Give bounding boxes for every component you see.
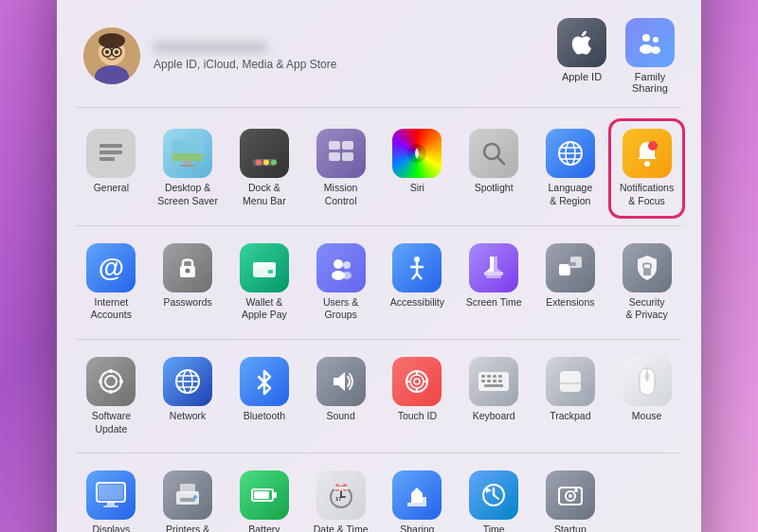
svg-point-12: [651, 46, 660, 54]
svg-rect-17: [172, 140, 203, 153]
keyboard-label: Keyboard: [473, 410, 515, 423]
apple-id-item[interactable]: Apple ID: [557, 18, 606, 94]
pref-internet-accounts[interactable]: @ InternetAccounts: [76, 236, 147, 329]
pref-mouse[interactable]: Mouse: [611, 349, 682, 443]
pref-users-groups[interactable]: Users &Groups: [305, 236, 376, 329]
pref-dock-menu-bar[interactable]: Dock &Menu Bar: [229, 121, 300, 215]
startup-disk-label: StartupDisk: [554, 523, 587, 532]
network-icon: [163, 357, 212, 406]
pref-printers-scanners[interactable]: Printers &Scanners: [153, 463, 224, 532]
pref-battery[interactable]: Battery: [229, 463, 300, 532]
pref-keyboard[interactable]: Keyboard: [459, 349, 530, 443]
svg-rect-55: [559, 264, 570, 275]
general-label: General: [94, 182, 129, 195]
system-preferences-window: ‹ › System Preferences 🔍: [57, 0, 701, 532]
svg-rect-15: [99, 157, 115, 161]
svg-rect-75: [487, 375, 491, 378]
svg-point-9: [642, 34, 650, 42]
svg-rect-42: [253, 262, 276, 267]
pref-trackpad[interactable]: Trackpad: [535, 349, 606, 443]
svg-point-5: [115, 50, 118, 54]
svg-rect-96: [273, 492, 277, 498]
sound-icon: [316, 357, 366, 406]
svg-rect-93: [180, 498, 195, 502]
trackpad-label: Trackpad: [550, 410, 590, 423]
mission-control-icon: [316, 129, 366, 178]
pref-passwords[interactable]: Passwords: [153, 236, 224, 329]
pref-extensions[interactable]: Extensions: [535, 236, 606, 329]
svg-rect-25: [329, 141, 340, 150]
svg-rect-27: [329, 152, 340, 161]
pref-touch-id[interactable]: Touch ID: [382, 349, 453, 443]
keyboard-icon: [469, 357, 518, 406]
pref-language-region[interactable]: Language& Region: [535, 121, 606, 215]
touch-id-icon: [392, 357, 442, 406]
preferences-content: Apple ID, iCloud, Media & App Store Appl…: [57, 0, 701, 532]
pref-wallet-apple-pay[interactable]: Wallet &Apple Pay: [229, 236, 300, 329]
pref-displays[interactable]: Displays: [76, 463, 147, 532]
wallet-icon: [240, 243, 289, 293]
language-icon: [546, 129, 595, 178]
spotlight-label: Spotlight: [475, 182, 514, 195]
svg-rect-97: [254, 491, 269, 499]
dock-label: Dock &Menu Bar: [243, 182, 286, 207]
svg-rect-14: [99, 151, 122, 154]
printers-label: Printers &Scanners: [166, 523, 209, 532]
internet-accounts-icon: @: [86, 243, 135, 293]
pref-siri[interactable]: Siri: [382, 121, 453, 215]
pref-date-time[interactable]: 17 Date & Time: [305, 463, 376, 532]
svg-rect-26: [342, 141, 353, 150]
svg-rect-77: [498, 375, 502, 378]
siri-icon: [392, 129, 442, 178]
pref-desktop-screen-saver[interactable]: Desktop &Screen Saver: [153, 121, 224, 215]
svg-rect-89: [107, 502, 115, 505]
svg-point-23: [263, 160, 269, 166]
time-machine-icon: [469, 470, 518, 520]
language-label: Language& Region: [549, 182, 593, 207]
svg-rect-57: [568, 262, 576, 266]
trackpad-icon: [546, 357, 595, 406]
pref-bluetooth[interactable]: Bluetooth: [229, 349, 300, 443]
pref-software-update[interactable]: SoftwareUpdate: [76, 349, 147, 443]
mission-control-label: MissionControl: [324, 182, 358, 207]
svg-rect-90: [103, 505, 118, 507]
family-sharing-icon: [625, 18, 675, 67]
svg-rect-79: [487, 380, 491, 382]
sharing-label: Sharing: [400, 523, 434, 532]
svg-line-52: [417, 274, 422, 279]
svg-rect-19: [184, 161, 191, 165]
internet-accounts-label: InternetAccounts: [91, 296, 132, 322]
svg-rect-54: [486, 275, 501, 278]
svg-rect-78: [481, 380, 485, 382]
pref-spotlight[interactable]: Spotlight: [459, 121, 530, 215]
svg-point-62: [119, 380, 123, 383]
svg-point-48: [414, 257, 420, 262]
pref-time-machine[interactable]: TimeMachine: [459, 463, 530, 532]
pref-network[interactable]: Network: [153, 349, 224, 443]
pref-general[interactable]: General: [76, 121, 147, 215]
pref-security-privacy[interactable]: Security& Privacy: [611, 236, 682, 329]
pref-notifications-focus[interactable]: Notifications& Focus: [611, 121, 682, 215]
pref-sound[interactable]: Sound: [305, 349, 376, 443]
users-label: Users &Groups: [323, 296, 358, 322]
svg-rect-18: [172, 153, 203, 161]
pref-screen-time[interactable]: Screen Time: [459, 236, 530, 329]
svg-point-40: [186, 268, 190, 273]
svg-point-37: [644, 161, 650, 167]
pref-sharing[interactable]: Sharing: [382, 463, 453, 532]
pref-accessibility[interactable]: Accessibility: [382, 236, 453, 329]
svg-rect-81: [498, 380, 502, 382]
network-label: Network: [170, 410, 207, 423]
svg-point-63: [109, 390, 113, 394]
svg-point-86: [644, 373, 649, 380]
svg-point-71: [410, 375, 424, 388]
family-sharing-item[interactable]: FamilySharing: [625, 18, 675, 94]
pref-mission-control[interactable]: MissionControl: [305, 121, 376, 215]
family-sharing-label: FamilySharing: [632, 71, 668, 94]
pref-startup-disk[interactable]: StartupDisk: [535, 463, 606, 532]
divider-1: [76, 225, 682, 226]
svg-point-72: [414, 379, 420, 384]
mouse-label: Mouse: [632, 410, 662, 423]
passwords-label: Passwords: [163, 296, 211, 310]
svg-point-46: [343, 261, 351, 269]
